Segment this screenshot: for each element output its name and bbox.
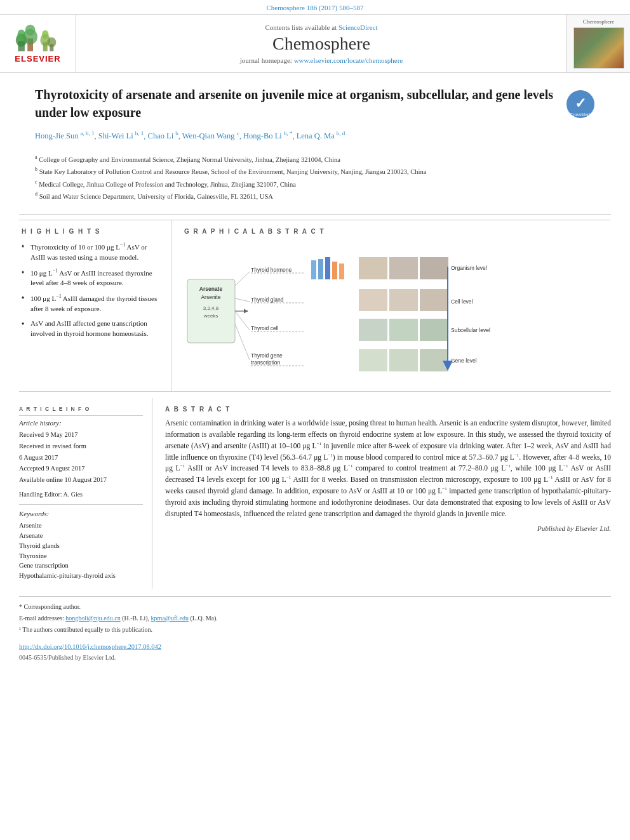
journal-homepage: journal homepage: www.elsevier.com/locat…	[240, 57, 403, 64]
footer-section: * Corresponding author. E-mail addresses…	[19, 596, 611, 639]
keywords-label: Keywords:	[19, 510, 143, 517]
abstract-text: Arsenic contamination in drinking water …	[165, 418, 611, 519]
svg-text:Arsenite: Arsenite	[201, 294, 220, 300]
divider-1	[19, 214, 611, 215]
highlight-item: AsV and AsIII affected gene transcriptio…	[22, 319, 162, 339]
keyword-item: Gene transcription	[19, 561, 143, 571]
crossmark-icon: ✓ CrossMark	[566, 90, 595, 119]
highlights-col: H I G H L I G H T S Thyrotoxicity of 10 …	[19, 220, 171, 391]
keyword-item: Thyroxine	[19, 551, 143, 561]
svg-rect-26	[339, 263, 344, 279]
svg-text:Arsenate: Arsenate	[199, 286, 223, 292]
svg-rect-23	[318, 259, 323, 279]
abstract-col: A B S T R A C T Arsenic contamination in…	[152, 398, 611, 589]
keyword-item: Hypothalamic-pituitary-thyroid axis	[19, 571, 143, 581]
keyword-item: Thyroid glands	[19, 541, 143, 551]
svg-rect-42	[420, 319, 448, 341]
article-title-text: Thyrotoxicity of arsenate and arsenite o…	[35, 86, 560, 147]
svg-rect-25	[332, 262, 337, 279]
issn-section: 0045-6535/Published by Elsevier Ltd.	[0, 654, 630, 669]
available-date: Available online 10 August 2017	[19, 475, 143, 485]
homepage-link[interactable]: www.elsevier.com/locate/chemosphere	[294, 57, 403, 64]
journal-header: ELSEVIER Contents lists available at Sci…	[0, 14, 630, 73]
svg-rect-47	[359, 349, 387, 371]
citation-text: Chemosphere 186 (2017) 580–587	[266, 4, 363, 11]
cover-image	[573, 27, 624, 69]
author-contribution-note: ¹ The authors contributed equally to thi…	[19, 625, 611, 634]
svg-text:Organism level: Organism level	[451, 265, 487, 271]
svg-text:weeks: weeks	[203, 313, 218, 319]
sciencedirect-notice: Contents lists available at ScienceDirec…	[265, 23, 377, 31]
issn-text: 0045-6535/Published by Elsevier Ltd.	[19, 654, 116, 661]
affiliation-b: b State Key Laboratory of Pollution Cont…	[35, 166, 595, 177]
svg-rect-29	[420, 257, 448, 279]
affiliation-c: c Medical College, Jinhua College of Pro…	[35, 178, 595, 189]
svg-line-52	[235, 272, 250, 286]
svg-rect-40	[359, 319, 387, 341]
svg-rect-36	[420, 289, 448, 311]
svg-point-10	[48, 37, 57, 47]
svg-text:Thyroid cell: Thyroid cell	[251, 325, 279, 331]
svg-text:CrossMark: CrossMark	[570, 112, 591, 117]
email-link-2[interactable]: kpma@ufl.edu	[151, 615, 189, 622]
svg-rect-34	[359, 289, 387, 311]
highlight-item: Thyrotoxicity of 10 or 100 μg L−1 AsV or…	[22, 241, 162, 263]
svg-point-8	[42, 30, 49, 39]
cover-label: Chemosphere	[583, 18, 615, 25]
journal-center: Contents lists available at ScienceDirec…	[76, 15, 566, 72]
graphical-abstract-col: G R A P H I C A L A B S T R A C T Arsena…	[171, 220, 611, 391]
published-by: Published by Elsevier Ltd.	[165, 524, 611, 532]
svg-text:Thyroid gene: Thyroid gene	[251, 352, 283, 359]
svg-rect-28	[389, 257, 418, 279]
keyword-item: Arsenate	[19, 531, 143, 541]
crossmark-container: ✓ CrossMark	[566, 86, 595, 121]
sciencedirect-link[interactable]: ScienceDirect	[338, 23, 378, 31]
svg-line-54	[235, 311, 250, 330]
svg-text:Thyroid gland: Thyroid gland	[251, 297, 284, 303]
highlight-item: 10 μg L−1 AsV or AsIII increased thyroxi…	[22, 267, 162, 289]
svg-text:Thyroid hormone: Thyroid hormone	[251, 267, 292, 273]
authors-line: Hong-Jie Sun a, b, 1, Shi-Wei Li b, 1, C…	[35, 129, 560, 142]
graphical-abstract-diagram: Arsenate Arsenite 3,2,4,8 weeks Thyroid …	[184, 241, 521, 381]
abstract-heading: A B S T R A C T	[165, 406, 611, 413]
handling-editor: Handling Editor: A. Gies	[19, 490, 143, 500]
svg-rect-22	[311, 260, 316, 279]
graphical-abstract-heading: G R A P H I C A L A B S T R A C T	[184, 228, 611, 235]
svg-text:✓: ✓	[575, 95, 586, 111]
svg-rect-27	[359, 257, 387, 279]
svg-rect-49	[420, 349, 448, 371]
svg-text:3,2,4,8: 3,2,4,8	[203, 305, 219, 311]
highlights-heading: H I G H L I G H T S	[22, 228, 162, 235]
doi-section: http://dx.doi.org/10.1016/j.chemosphere.…	[0, 639, 630, 654]
highlights-graphical-section: H I G H L I G H T S Thyrotoxicity of 10 …	[19, 220, 611, 392]
svg-rect-24	[325, 257, 330, 279]
keyword-item: Arsenite	[19, 521, 143, 531]
corresponding-author-note: * Corresponding author.	[19, 602, 611, 611]
journal-title: Chemosphere	[272, 34, 370, 54]
received-revised-date: 6 August 2017	[19, 453, 143, 463]
affiliations: a College of Geography and Environmental…	[0, 154, 630, 209]
affiliation-a: a College of Geography and Environmental…	[35, 154, 595, 164]
journal-cover: Chemosphere	[566, 15, 630, 72]
article-title-section: Thyrotoxicity of arsenate and arsenite o…	[0, 73, 630, 154]
article-info-col: A R T I C L E I N F O Article history: R…	[19, 398, 152, 589]
bottom-section: A R T I C L E I N F O Article history: R…	[0, 398, 630, 589]
affiliation-d: d Soil and Water Science Department, Uni…	[35, 190, 595, 201]
email-addresses: E-mail addresses: hongboli@nju.edu.cn (H…	[19, 613, 611, 623]
citation-bar: Chemosphere 186 (2017) 580–587	[0, 0, 630, 14]
doi-link[interactable]: http://dx.doi.org/10.1016/j.chemosphere.…	[19, 643, 161, 650]
spacer	[0, 392, 630, 398]
svg-text:transcription: transcription	[251, 359, 281, 366]
article-main-title: Thyrotoxicity of arsenate and arsenite o…	[35, 86, 560, 121]
elsevier-tree-icon	[15, 24, 60, 53]
accepted-date: Accepted 9 August 2017	[19, 463, 143, 474]
elsevier-box: ELSEVIER	[15, 24, 60, 63]
elsevier-brand: ELSEVIER	[15, 54, 60, 63]
page: Chemosphere 186 (2017) 580–587	[0, 0, 630, 840]
highlight-item: 100 μg L−1 AsIII damaged the thyroid tis…	[22, 293, 162, 314]
email-link-1[interactable]: hongboli@nju.edu.cn	[65, 615, 120, 622]
svg-text:Subcellular level: Subcellular level	[451, 327, 490, 333]
article-history-label: Article history:	[19, 419, 143, 427]
svg-rect-35	[389, 289, 418, 311]
svg-point-5	[25, 24, 36, 36]
